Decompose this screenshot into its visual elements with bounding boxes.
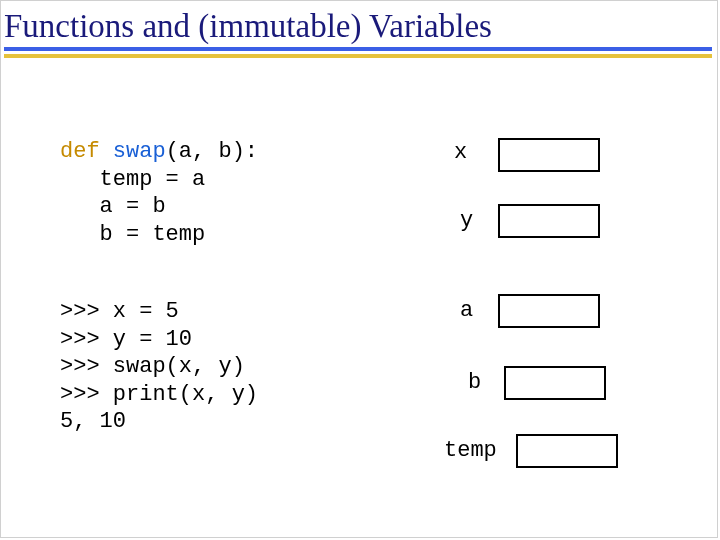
title-underline	[0, 47, 720, 58]
signature-rest: (a, b):	[166, 139, 258, 164]
code-repl-block: >>> x = 5 >>> y = 10 >>> swap(x, y) >>> …	[60, 298, 258, 436]
var-box-b	[504, 366, 606, 400]
slide-title: Functions and (immutable) Variables	[0, 0, 720, 45]
code-line-temp: temp = a	[60, 167, 205, 192]
code-line-a: a = b	[60, 194, 166, 219]
var-box-x	[498, 138, 600, 172]
code-line-b: b = temp	[60, 222, 205, 247]
var-label-x: x	[454, 140, 467, 165]
repl-line-1: >>> x = 5	[60, 299, 179, 324]
var-label-b: b	[468, 370, 481, 395]
var-box-a	[498, 294, 600, 328]
repl-line-4: >>> print(x, y)	[60, 382, 258, 407]
repl-output: 5, 10	[60, 409, 126, 434]
var-label-y: y	[460, 208, 473, 233]
var-box-y	[498, 204, 600, 238]
function-name: swap	[113, 139, 166, 164]
keyword-def: def	[60, 139, 100, 164]
code-def-block: def swap(a, b): temp = a a = b b = temp	[60, 138, 258, 248]
repl-line-3: >>> swap(x, y)	[60, 354, 245, 379]
repl-line-2: >>> y = 10	[60, 327, 192, 352]
var-box-temp	[516, 434, 618, 468]
var-label-a: a	[460, 298, 473, 323]
var-label-temp: temp	[444, 438, 497, 463]
